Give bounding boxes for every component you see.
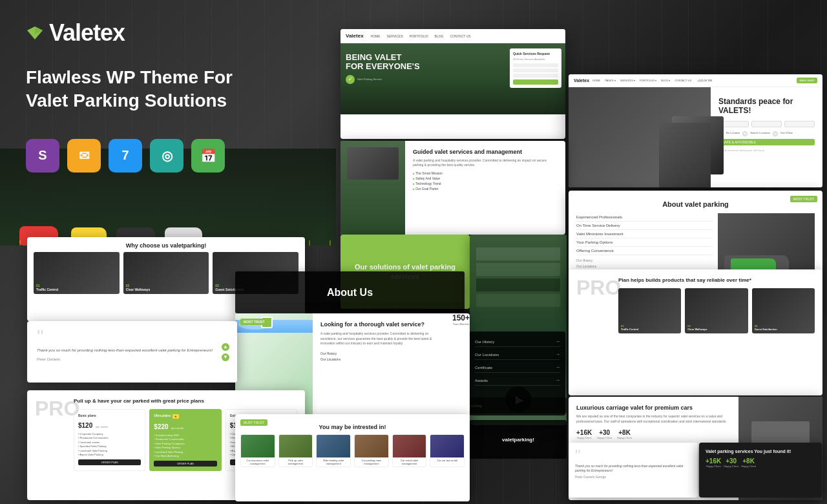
plugin-seven[interactable]: 7: [109, 139, 142, 173]
parking-lines: [0, 240, 336, 246]
plugin-circle[interactable]: ◎: [150, 139, 183, 173]
logo-text: Valetex: [49, 19, 125, 47]
logo-icon: [26, 24, 44, 42]
tagline: Flawless WP Theme For Valet Parking Solu…: [26, 66, 271, 113]
logo[interactable]: Valetex: [26, 19, 310, 47]
plugin-mailchimp[interactable]: ✉: [67, 139, 101, 173]
plugin-icons: S ✉ 7 ◎ 📅: [26, 139, 310, 173]
plugin-slider[interactable]: S: [26, 139, 59, 173]
plugin-calendar[interactable]: 📅: [191, 139, 225, 173]
header: Valetex Flawless WP Theme For Valet Park…: [0, 0, 336, 207]
